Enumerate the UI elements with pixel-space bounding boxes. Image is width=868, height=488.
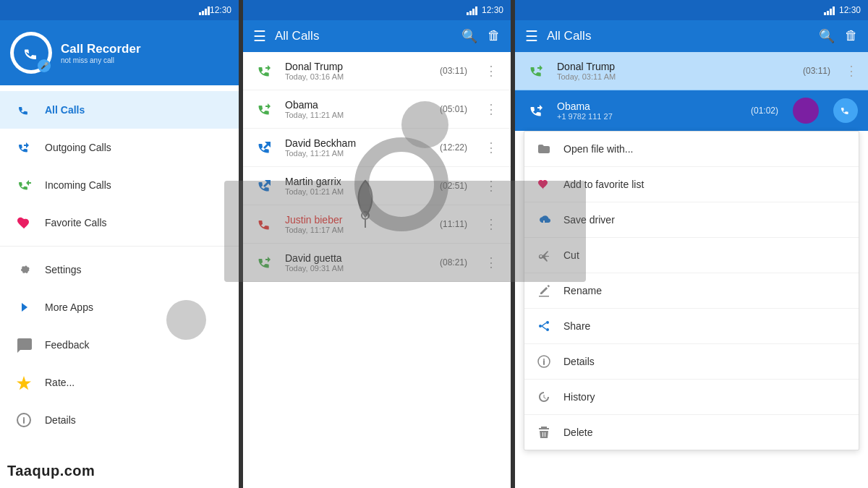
sidebar-label-incoming-calls: Incoming Calls: [45, 179, 111, 191]
context-label-open-file: Open file with...: [563, 143, 634, 155]
app-title-block: Call Recorder not miss any call: [61, 42, 141, 64]
context-label-save-driver: Save driver: [563, 214, 615, 226]
cloud-icon: [536, 212, 552, 228]
call-duration-4: (02:51): [440, 181, 467, 191]
call-menu-btn-6[interactable]: ⋮: [482, 252, 501, 273]
app-subtitle: not miss any call: [61, 56, 141, 64]
context-item-history[interactable]: History: [524, 380, 859, 415]
rate-icon: [14, 373, 33, 392]
call-item-david-guetta[interactable]: David guetta Today, 09:31 AM (08:21) ⋮: [243, 244, 511, 282]
call-duration-3: (12:22): [440, 142, 467, 153]
context-item-save-driver[interactable]: Save driver: [524, 202, 859, 238]
selected-call-name: Donal Trump: [557, 61, 794, 72]
app-title: Call Recorder: [61, 42, 141, 56]
call-info-3: David Beckham Today, 11:21 AM: [285, 137, 431, 158]
sidebar-item-settings[interactable]: Settings: [0, 251, 239, 288]
share-icon: [536, 318, 552, 334]
call-name-1: Donal Trump: [285, 61, 431, 72]
incoming-call-icon-6: [253, 251, 276, 274]
app-header: 🎤 Call Recorder not miss any call: [0, 20, 239, 85]
hamburger-menu-btn-right[interactable]: ☰: [525, 27, 538, 45]
call-date-3: Today, 11:21 AM: [285, 149, 431, 158]
delete-btn[interactable]: 🗑: [488, 28, 501, 44]
details-icon: [14, 411, 33, 429]
call-info-2: Obama Today, 11:21 AM: [285, 99, 431, 119]
call-name-6: David guetta: [285, 252, 431, 264]
call-duration-2: (05:01): [440, 104, 467, 114]
outgoing-calls-icon: [14, 138, 33, 157]
call-name-5: Justin bieber: [285, 214, 431, 226]
context-item-details[interactable]: Details: [524, 344, 859, 380]
highlighted-call-duration: (01:02): [751, 106, 778, 116]
search-btn-right[interactable]: 🔍: [819, 28, 835, 44]
context-item-rename[interactable]: Rename: [524, 273, 859, 309]
call-name-4: Martin garrix: [285, 176, 431, 187]
context-label-history: History: [563, 391, 595, 403]
sidebar-item-more-apps[interactable]: More Apps: [0, 288, 239, 326]
call-date-2: Today, 11:21 AM: [285, 111, 431, 119]
call-list: Donal Trump Today, 03:16 AM (03:11) ⋮ Ob…: [243, 52, 511, 488]
sidebar-item-all-calls[interactable]: All Calls: [0, 91, 239, 129]
call-phone-btn[interactable]: [833, 98, 858, 123]
call-date-6: Today, 09:31 AM: [285, 264, 431, 273]
sidebar-item-outgoing-calls[interactable]: Outgoing Calls: [0, 129, 239, 166]
selected-call-menu-btn[interactable]: ⋮: [845, 63, 858, 79]
right-panel-title: All Calls: [547, 29, 810, 43]
incoming-calls-icon: [14, 176, 33, 194]
sidebar-item-incoming-calls[interactable]: Incoming Calls: [0, 166, 239, 204]
context-item-delete[interactable]: Delete: [524, 415, 859, 450]
selected-call-row[interactable]: Donal Trump Today, 03:11 AM (03:11) ⋮: [515, 52, 868, 90]
phone-logo-icon: [21, 43, 41, 63]
context-menu: Open file with... Add to favorite list S…: [524, 131, 859, 450]
call-name-3: David Beckham: [285, 137, 431, 149]
feedback-icon: [14, 335, 33, 354]
svg-point-2: [546, 328, 549, 331]
call-item-obama[interactable]: Obama Today, 11:21 AM (05:01) ⋮: [243, 90, 511, 129]
sidebar-label-feedback: Feedback: [45, 339, 89, 351]
delete-icon: [536, 424, 552, 440]
incoming-call-icon-2: [253, 98, 276, 121]
sidebar-item-rate[interactable]: Rate...: [0, 364, 239, 401]
call-list-panel: 12:30 ☰ All Calls 🔍 🗑 Donal Trump Today,…: [243, 0, 511, 488]
outgoing-call-icon-3: [253, 136, 276, 159]
sidebar-item-details[interactable]: Details: [0, 401, 239, 439]
call-item-david-beckham[interactable]: David Beckham Today, 11:21 AM (12:22) ⋮: [243, 129, 511, 167]
sidebar-label-outgoing-calls: Outgoing Calls: [45, 142, 111, 153]
sidebar-item-favorite-calls[interactable]: Favorite Calls: [0, 204, 239, 241]
context-label-delete: Delete: [563, 427, 592, 438]
highlighted-call-row[interactable]: Obama +1 9782 111 27 (01:02): [515, 90, 868, 131]
call-menu-btn-4[interactable]: ⋮: [482, 175, 501, 197]
status-bar-left: 12:30: [0, 0, 239, 20]
call-menu-btn-3[interactable]: ⋮: [482, 137, 501, 158]
delete-btn-right[interactable]: 🗑: [845, 28, 858, 44]
sidebar-item-feedback[interactable]: Feedback: [0, 326, 239, 364]
svg-point-5: [543, 359, 545, 360]
svg-point-1: [546, 321, 549, 324]
context-item-share[interactable]: Share: [524, 309, 859, 344]
status-bar-center: 12:30: [243, 0, 511, 20]
highlighted-call-icon: [525, 99, 548, 122]
context-item-add-favorite[interactable]: Add to favorite list: [524, 167, 859, 202]
search-btn[interactable]: 🔍: [461, 28, 477, 44]
call-name-2: Obama: [285, 99, 431, 111]
call-item-donal-trump[interactable]: Donal Trump Today, 03:16 AM (03:11) ⋮: [243, 52, 511, 90]
info-icon: [536, 354, 552, 369]
context-item-open-file[interactable]: Open file with...: [524, 132, 859, 167]
call-list-title: All Calls: [275, 29, 453, 43]
call-item-martin-garrix[interactable]: Martin garrix Today, 01:21 AM (02:51) ⋮: [243, 167, 511, 205]
selected-call-date: Today, 03:11 AM: [557, 72, 794, 81]
sidebar-label-details: Details: [45, 414, 76, 426]
sidebar-label-rate: Rate...: [45, 377, 75, 388]
call-menu-btn-1[interactable]: ⋮: [482, 60, 501, 82]
selected-call-info: Donal Trump Today, 03:11 AM: [557, 61, 794, 81]
call-menu-btn-2[interactable]: ⋮: [482, 98, 501, 120]
call-info-5: Justin bieber Today, 11:17 AM: [285, 214, 431, 234]
call-menu-btn-5[interactable]: ⋮: [482, 213, 501, 235]
selected-call-duration: (03:11): [803, 66, 830, 76]
sidebar-label-favorite-calls: Favorite Calls: [45, 217, 107, 228]
selected-call-icon: [525, 59, 548, 82]
hamburger-menu-btn[interactable]: ☰: [253, 27, 266, 45]
context-item-cut[interactable]: Cut: [524, 238, 859, 273]
call-item-justin-bieber[interactable]: Justin bieber Today, 11:17 AM (11:11) ⋮: [243, 205, 511, 244]
signal-icon-right: [824, 5, 835, 15]
